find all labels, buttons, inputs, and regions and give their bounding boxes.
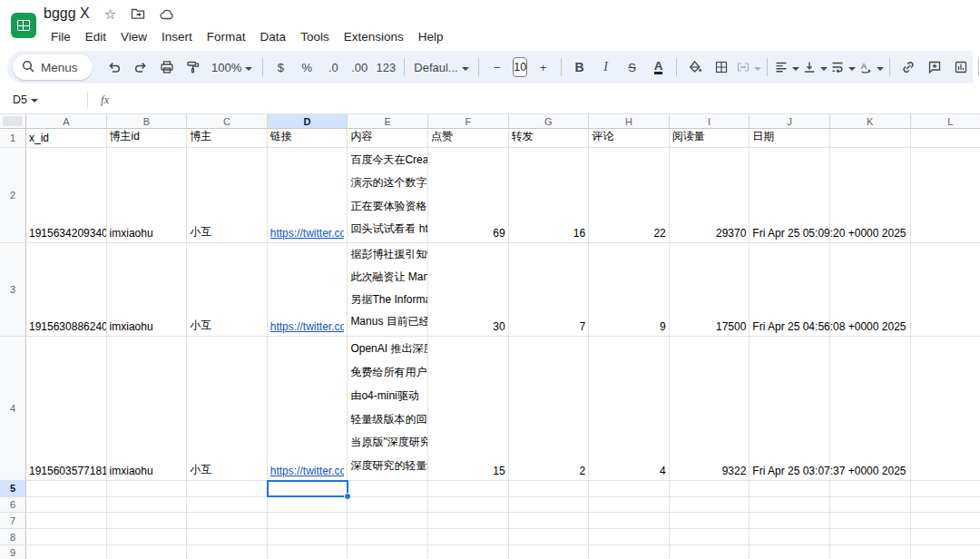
decrease-decimal-button[interactable]: .0 <box>321 55 345 79</box>
cell-j2[interactable]: Fri Apr 25 05:09:20 +0000 2025 <box>750 148 830 243</box>
cell-k7[interactable] <box>830 513 911 529</box>
row-header-5[interactable]: 5 <box>0 481 26 497</box>
tweet-link[interactable]: https://twitter.cor <box>270 320 345 333</box>
cell-g4[interactable]: 2 <box>509 337 590 481</box>
text-wrap-icon[interactable] <box>830 55 856 79</box>
cell-k6[interactable] <box>830 497 911 514</box>
cell-b9[interactable] <box>107 545 188 559</box>
cell-f9[interactable] <box>428 545 509 559</box>
vertical-align-icon[interactable] <box>802 55 828 79</box>
cell-c9[interactable] <box>187 545 268 559</box>
cell-b1[interactable]: 博主id <box>107 129 188 148</box>
cell-h1[interactable]: 评论 <box>589 129 670 148</box>
cell-a1[interactable]: x_id <box>26 129 107 148</box>
cell-c7[interactable] <box>187 513 268 529</box>
cell-h5[interactable] <box>589 481 670 497</box>
column-header-e[interactable]: E <box>348 114 428 129</box>
cell-g9[interactable] <box>509 545 590 559</box>
cell-f4[interactable]: 15 <box>428 337 509 481</box>
insert-comment-icon[interactable] <box>923 55 946 79</box>
menu-tools[interactable]: Tools <box>293 28 337 45</box>
cell-e3[interactable]: 据彭博社援引知情 此次融资让 Man 另据The Informa Manus 目… <box>348 243 428 337</box>
cell-i8[interactable] <box>670 529 750 545</box>
format-percent-button[interactable]: % <box>295 55 318 79</box>
cell-c2[interactable]: 小互 <box>187 148 268 243</box>
selected-cell-outline[interactable] <box>267 480 348 497</box>
menu-format[interactable]: Format <box>200 28 253 45</box>
increase-font-size-button[interactable]: + <box>532 55 555 79</box>
fill-handle[interactable] <box>344 493 351 500</box>
menu-insert[interactable]: Insert <box>154 28 200 45</box>
cell-h7[interactable] <box>589 513 670 529</box>
cell-l1[interactable] <box>911 129 980 148</box>
column-header-a[interactable]: A <box>26 114 107 129</box>
row-header-1[interactable]: 1 <box>0 129 26 148</box>
cell-e9[interactable] <box>348 545 428 559</box>
cell-d1[interactable]: 链接 <box>268 129 348 148</box>
cell-l8[interactable] <box>911 529 980 545</box>
cell-c3[interactable]: 小互 <box>187 243 268 337</box>
cell-e6[interactable] <box>348 497 428 514</box>
cell-a9[interactable] <box>26 545 107 559</box>
cell-b6[interactable] <box>107 497 188 514</box>
cell-b5[interactable] <box>107 481 188 497</box>
cell-j6[interactable] <box>750 497 830 514</box>
cell-f1[interactable]: 点赞 <box>428 129 509 148</box>
cell-i7[interactable] <box>670 513 750 529</box>
cell-a5[interactable] <box>26 481 107 497</box>
cell-j3[interactable]: Fri Apr 25 04:56:08 +0000 2025 <box>750 243 830 337</box>
row-header-2[interactable]: 2 <box>0 148 26 243</box>
sheets-logo-icon[interactable] <box>11 13 36 38</box>
cell-g7[interactable] <box>509 513 590 529</box>
cell-l4[interactable] <box>911 337 980 481</box>
text-rotation-icon[interactable]: A <box>858 55 884 79</box>
menu-file[interactable]: File <box>44 28 78 45</box>
cell-e8[interactable] <box>348 529 428 545</box>
cell-a4[interactable]: 1915603577181 <box>26 337 107 481</box>
bold-button[interactable]: B <box>575 60 584 74</box>
row-header-9[interactable]: 9 <box>0 545 26 559</box>
cell-h9[interactable] <box>589 545 670 559</box>
cell-f8[interactable] <box>428 529 509 545</box>
cell-a8[interactable] <box>26 529 107 545</box>
italic-button[interactable]: I <box>603 60 608 74</box>
increase-decimal-button[interactable]: .00 <box>348 55 371 79</box>
column-header-k[interactable]: K <box>830 114 911 129</box>
more-formats-button[interactable]: 123 <box>374 55 397 79</box>
cell-l7[interactable] <box>911 513 980 529</box>
fill-color-icon[interactable] <box>683 55 707 79</box>
menu-extensions[interactable]: Extensions <box>337 28 411 45</box>
cell-h8[interactable] <box>589 529 670 545</box>
row-header-6[interactable]: 6 <box>0 497 26 514</box>
cell-d6[interactable] <box>268 497 348 514</box>
row-header-3[interactable]: 3 <box>0 243 26 337</box>
strikethrough-button[interactable]: S <box>628 61 636 74</box>
paint-format-icon[interactable] <box>181 55 205 79</box>
undo-button[interactable] <box>103 55 126 79</box>
column-header-l[interactable]: L <box>911 114 980 129</box>
menu-edit[interactable]: Edit <box>78 28 113 45</box>
column-header-b[interactable]: B <box>107 114 188 129</box>
cell-l5[interactable] <box>911 481 980 497</box>
cell-j5[interactable] <box>750 481 830 497</box>
cell-h2[interactable]: 22 <box>589 148 670 243</box>
decrease-font-size-button[interactable]: − <box>485 55 509 79</box>
cell-c8[interactable] <box>187 529 268 545</box>
row-header-4[interactable]: 4 <box>0 337 26 481</box>
column-header-h[interactable]: H <box>589 114 670 129</box>
cell-j9[interactable] <box>750 545 830 559</box>
cell-j8[interactable] <box>750 529 830 545</box>
cell-g3[interactable]: 7 <box>509 243 590 337</box>
document-title[interactable]: bggg X <box>44 5 90 22</box>
format-currency-button[interactable]: $ <box>269 55 292 79</box>
cell-d8[interactable] <box>268 529 348 545</box>
cell-j7[interactable] <box>750 513 830 529</box>
cell-f3[interactable]: 30 <box>428 243 509 337</box>
row-header-7[interactable]: 7 <box>0 513 26 529</box>
cell-e1[interactable]: 内容 <box>348 129 428 148</box>
cell-b7[interactable] <box>107 513 188 529</box>
cell-d4[interactable]: https://twitter.cor <box>268 337 348 481</box>
select-all-corner[interactable] <box>0 114 26 129</box>
cell-e4[interactable]: OpenAI 推出深度 免费给所有用户使 由o4-mini驱动 轻量级版本的回答… <box>348 337 428 481</box>
cell-f2[interactable]: 69 <box>428 148 509 243</box>
